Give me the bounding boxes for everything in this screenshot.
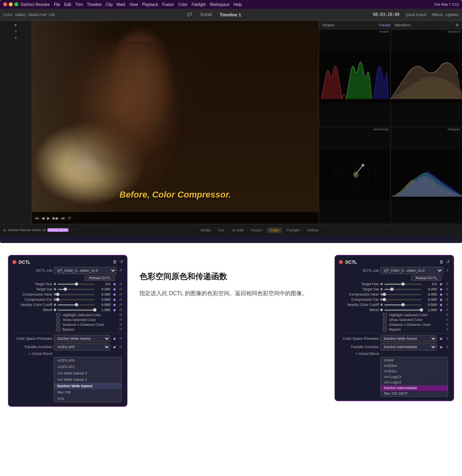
tab-color[interactable]: Color xyxy=(267,227,282,233)
left-dctl-refresh-icon[interactable]: ↺ xyxy=(119,259,123,264)
traffic-lights[interactable] xyxy=(3,2,18,6)
lightbox-btn[interactable]: Lightbox xyxy=(445,13,459,17)
menu-help[interactable]: Help xyxy=(233,2,242,7)
left-dropdown-aces-ap1[interactable]: ACES AP1 xyxy=(54,364,121,370)
right-target-sat-diamond[interactable]: ◆ xyxy=(439,287,443,291)
left-distance-reset[interactable]: ↺ xyxy=(118,323,123,327)
play-pause-btn[interactable]: ▶ xyxy=(47,216,50,220)
minimize-button[interactable] xyxy=(9,2,13,6)
right-target-sat-slider[interactable] xyxy=(384,289,421,290)
menu-view[interactable]: View xyxy=(129,2,138,7)
left-target-hue-slider[interactable] xyxy=(58,284,95,285)
left-dropdown-davinci-wide[interactable]: DaVinci Wide Gamut xyxy=(54,383,121,389)
left-tf-reset[interactable]: ↺ xyxy=(118,345,123,349)
right-target-hue-slider[interactable] xyxy=(384,284,421,285)
left-bypass-reset[interactable]: ↺ xyxy=(118,327,123,331)
clip-btn[interactable]: Clip xyxy=(49,13,55,17)
left-nearby-cutoff-reset[interactable]: ↺ xyxy=(118,303,123,307)
right-dctl-trash-icon[interactable]: 🗑 xyxy=(439,259,444,264)
menu-file[interactable]: File xyxy=(54,2,60,7)
parade-tab[interactable]: Parade xyxy=(379,23,391,27)
tab-deliver[interactable]: Deliver xyxy=(304,227,322,233)
left-panel-item-3[interactable]: ◈ xyxy=(1,35,31,41)
right-highlight-reset[interactable]: ↺ xyxy=(445,313,450,317)
right-tf-arri-logc3[interactable]: Arri LogC3 xyxy=(381,374,448,380)
close-button[interactable] xyxy=(3,2,7,6)
menu-playback[interactable]: Playback xyxy=(142,2,159,7)
tab-cut[interactable]: Cut xyxy=(215,227,227,233)
right-comp-near-reset[interactable]: ↺ xyxy=(445,292,450,296)
left-bypass-checkbox[interactable] xyxy=(56,327,60,331)
menu-fairlight[interactable]: Fairlight xyxy=(192,2,206,7)
left-comp-near-diamond[interactable]: ◆ xyxy=(112,292,117,296)
right-color-space-select[interactable]: DaVinci Wide Gamut xyxy=(380,335,437,342)
left-show-reset[interactable]: ↺ xyxy=(118,318,123,322)
right-tf-rec709-oetf[interactable]: Rec.709 OETF xyxy=(381,391,448,396)
right-bypass-reset[interactable]: ↺ xyxy=(445,327,450,331)
left-tf-diamond[interactable]: ◆ xyxy=(112,345,117,349)
left-dctl-list-reset[interactable]: ↺ xyxy=(118,268,123,272)
right-comp-near-slider[interactable] xyxy=(384,294,421,295)
left-cs-diamond[interactable]: ◆ xyxy=(112,337,117,341)
right-tf-diamond[interactable]: ◆ xyxy=(439,345,443,349)
left-blend-reset[interactable]: ↺ xyxy=(118,308,123,312)
right-tf-arri-logc4[interactable]: Arri LogC4 xyxy=(381,380,448,385)
right-target-hue-reset[interactable]: ↺ xyxy=(445,282,450,286)
left-nearby-cutoff-diamond[interactable]: ◆ xyxy=(112,303,117,307)
menu-edit[interactable]: Edit xyxy=(64,2,71,7)
left-comp-far-diamond[interactable]: ◆ xyxy=(112,298,117,302)
tab-edit[interactable]: 3X Edit xyxy=(229,227,247,233)
left-dropdown-arri3[interactable]: Arri Wide Gamut 3 xyxy=(54,370,121,376)
tab-media[interactable]: Media xyxy=(198,227,214,233)
next-frame-btn[interactable]: ▶▶ xyxy=(53,216,59,220)
right-blend-diamond[interactable]: ◆ xyxy=(439,308,443,312)
waveform-tab[interactable]: Waveform xyxy=(395,23,411,27)
menu-workspace[interactable]: Workspace xyxy=(210,2,230,7)
menu-mark[interactable]: Mark xyxy=(117,2,125,7)
menu-timeline[interactable]: Timeline xyxy=(87,2,102,7)
left-target-sat-reset[interactable]: ↺ xyxy=(118,287,123,291)
menu-trim[interactable]: Trim xyxy=(75,2,83,7)
left-panel-item-2[interactable]: ⊕ xyxy=(1,29,31,34)
left-comp-far-slider[interactable] xyxy=(58,299,95,300)
end-btn[interactable]: ⏭ xyxy=(61,216,65,220)
left-dropdown-rec709[interactable]: Rec.709 xyxy=(54,389,121,396)
left-blend-slider[interactable] xyxy=(58,309,95,311)
right-target-hue-diamond[interactable]: ◆ xyxy=(439,282,443,286)
loop-btn[interactable]: ↺ xyxy=(68,216,71,220)
maximize-button[interactable] xyxy=(14,2,18,6)
gallery-btn[interactable]: Gallery xyxy=(15,13,26,17)
right-target-sat-reset[interactable]: ↺ xyxy=(445,287,450,291)
right-nearby-cutoff-slider[interactable] xyxy=(384,304,421,306)
right-blend-reset[interactable]: ↺ xyxy=(445,308,450,312)
menu-fusion[interactable]: Fusion xyxy=(162,2,174,7)
left-target-hue-diamond[interactable]: ◆ xyxy=(112,282,117,286)
left-highlight-reset[interactable]: ↺ xyxy=(118,313,123,317)
right-cs-reset[interactable]: ↺ xyxy=(445,337,450,341)
left-cs-reset[interactable]: ↺ xyxy=(118,337,123,341)
menu-davinci[interactable]: DaVinci Resolve xyxy=(21,2,50,7)
menu-color[interactable]: Color xyxy=(178,2,188,7)
right-distance-checkbox[interactable] xyxy=(383,323,387,327)
left-distance-checkbox[interactable] xyxy=(56,323,60,327)
right-nearby-cutoff-diamond[interactable]: ◆ xyxy=(439,303,443,307)
left-dropdown-xyz[interactable]: XYZ xyxy=(54,396,121,402)
quick-export-btn[interactable]: Quick Export xyxy=(406,13,427,17)
media-pool-btn[interactable]: Media Pool xyxy=(29,13,47,17)
left-comp-near-reset[interactable]: ↺ xyxy=(118,292,123,296)
menu-clip[interactable]: Clip xyxy=(106,2,113,7)
left-comp-near-slider[interactable] xyxy=(58,294,95,295)
left-blend-diamond[interactable]: ◆ xyxy=(112,308,117,312)
left-target-hue-reset[interactable]: ↺ xyxy=(118,282,123,286)
right-bypass-checkbox[interactable] xyxy=(383,327,387,331)
right-dctl-reload-btn[interactable]: Reload DCTL xyxy=(411,275,442,281)
right-dctl-list-reset[interactable]: ↺ xyxy=(445,268,450,272)
left-global-blend-label[interactable]: > Global Blend xyxy=(12,352,52,356)
right-tf-acescc[interactable]: ACEScc xyxy=(381,363,448,368)
effects-btn[interactable]: Effects xyxy=(432,13,443,17)
right-tf-acesct[interactable]: ACESct xyxy=(381,368,448,374)
right-comp-near-diamond[interactable]: ◆ xyxy=(439,292,443,296)
left-dctl-reload-btn[interactable]: Reload DCTL xyxy=(84,275,115,281)
left-dctl-trash-icon[interactable]: 🗑 xyxy=(113,259,117,264)
tab-fusion[interactable]: Fusion xyxy=(248,227,265,233)
